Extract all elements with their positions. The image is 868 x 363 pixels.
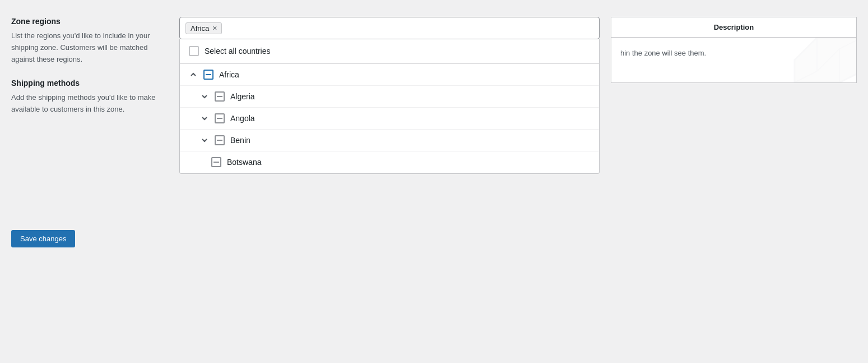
left-panel: Zone regions List the regions you'd like… xyxy=(11,17,168,346)
select-all-checkbox[interactable] xyxy=(189,46,199,56)
shipping-watermark-icon xyxy=(789,38,856,82)
africa-tag: Africa × xyxy=(185,22,222,34)
angola-checkbox[interactable] xyxy=(215,113,225,123)
africa-chevron-up-icon[interactable] xyxy=(189,70,198,79)
angola-chevron-icon[interactable] xyxy=(200,114,209,123)
africa-group-label: Africa xyxy=(219,70,239,79)
right-panel: Africa × Select all countries Africa xyxy=(179,17,857,346)
description-text: hin the zone will see them. xyxy=(620,49,706,57)
botswana-label: Botswana xyxy=(227,158,261,167)
angola-label: Angola xyxy=(230,114,255,123)
algeria-item[interactable]: Algeria xyxy=(180,86,599,108)
description-panel: Description hin the zone will see them. xyxy=(611,17,857,83)
angola-item[interactable]: Angola xyxy=(180,108,599,130)
shipping-methods-title: Shipping methods xyxy=(11,79,168,88)
africa-group-item[interactable]: Africa xyxy=(180,63,599,86)
shipping-methods-section: Shipping methods Add the shipping method… xyxy=(11,79,168,116)
description-header: Description xyxy=(611,17,856,38)
zone-regions-section: Zone regions List the regions you'd like… xyxy=(11,17,168,65)
algeria-label: Algeria xyxy=(230,92,255,101)
zone-regions-description: List the regions you'd like to include i… xyxy=(11,30,168,65)
tag-label: Africa xyxy=(191,24,209,33)
algeria-chevron-icon[interactable] xyxy=(200,92,209,101)
country-dropdown: Select all countries Africa xyxy=(179,39,600,174)
zone-regions-title: Zone regions xyxy=(11,17,168,26)
benin-checkbox[interactable] xyxy=(215,135,225,145)
benin-label: Benin xyxy=(230,136,250,145)
description-body: hin the zone will see them. xyxy=(611,38,856,82)
select-all-label: Select all countries xyxy=(205,47,271,56)
algeria-checkbox[interactable] xyxy=(215,91,225,102)
africa-checkbox[interactable] xyxy=(203,70,213,80)
save-changes-button[interactable]: Save changes xyxy=(11,230,75,247)
shipping-methods-description: Add the shipping methods you'd like to m… xyxy=(11,92,168,116)
botswana-checkbox[interactable] xyxy=(211,157,221,167)
region-tag-input[interactable]: Africa × xyxy=(179,17,600,39)
benin-chevron-icon[interactable] xyxy=(200,136,209,145)
tag-remove-button[interactable]: × xyxy=(212,24,217,32)
botswana-item[interactable]: Botswana xyxy=(180,151,599,173)
benin-item[interactable]: Benin xyxy=(180,130,599,151)
select-all-item[interactable]: Select all countries xyxy=(180,39,599,63)
